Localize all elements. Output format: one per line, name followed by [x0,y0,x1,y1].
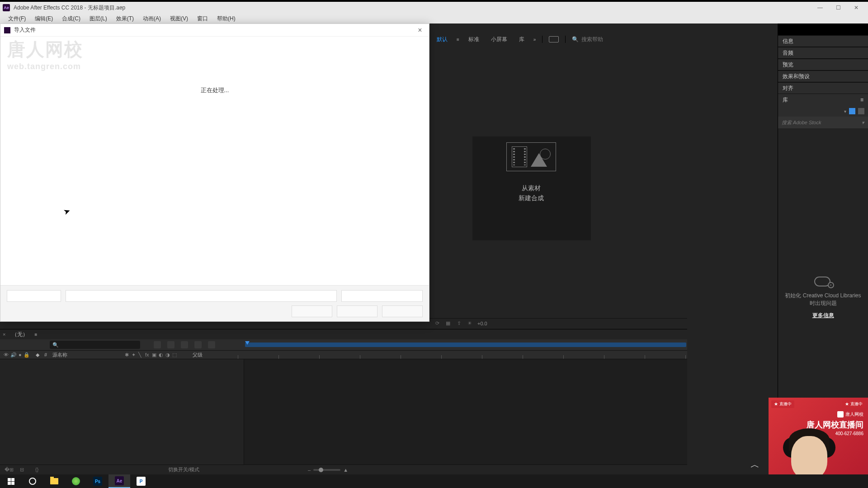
library-list-view-icon[interactable] [858,108,864,114]
workspace-default[interactable]: 默认 [434,35,450,44]
taskbar-start-button[interactable] [0,474,22,488]
menu-animation[interactable]: 动画(A) [138,14,165,23]
dialog-import-button[interactable] [292,305,332,317]
timeline-panel: × （无） ≡ 🔍 [0,329,687,474]
dialog-app-icon [4,27,10,33]
dialog-filename-input[interactable] [66,290,337,302]
timeline-tool-icon[interactable] [208,341,215,348]
library-search-input[interactable]: 搜索 Adobe Stock [782,119,821,126]
playhead-icon[interactable] [245,341,250,345]
switch-3d-icon[interactable]: ⬚ [172,352,178,357]
help-search-input[interactable] [581,36,631,42]
timeline-foot-icon[interactable]: �⊞ [5,467,11,473]
library-dropdown-icon[interactable]: ▾ [844,109,846,114]
switch-frameblend-icon[interactable]: ▣ [152,352,157,357]
time-ruler[interactable] [238,351,687,359]
folder-icon [50,478,58,484]
solo-column-icon[interactable]: ● [19,352,22,358]
panel-library-menu-icon[interactable]: ≡ [860,97,863,103]
window-maximize-button[interactable]: ☐ [829,3,847,13]
panel-audio[interactable]: 音频 [778,47,868,59]
menu-layer[interactable]: 图层(L) [85,14,112,23]
photoshop-icon: Ps [93,477,102,486]
library-search-dropdown-icon[interactable]: ▾ [862,120,864,126]
track-area[interactable] [244,359,687,465]
workspace-standard[interactable]: 标准 [466,35,482,44]
switch-motionblur-icon[interactable]: ◐ [159,352,164,357]
taskbar-browser[interactable] [65,474,87,488]
switch-collapse-icon[interactable]: ✦ [132,352,137,357]
viewer-grid-icon[interactable]: ▦ [445,320,451,327]
workspace-overflow-icon[interactable]: » [533,37,536,42]
layer-list-area[interactable] [0,359,244,465]
library-more-info-link[interactable]: 更多信息 [812,312,834,319]
switch-quality-icon[interactable]: ╲ [138,352,144,357]
timeline-tool-icon[interactable] [194,341,202,348]
dialog-filetype-combo[interactable] [341,290,423,302]
speaker-column-icon[interactable]: 🔊 [10,352,17,358]
composition-placeholder[interactable]: 从素材 新建合成 [484,127,579,218]
panel-align[interactable]: 对齐 [778,82,868,94]
timeline-navigator[interactable] [245,343,686,347]
workspace-small-screen[interactable]: 小屏幕 [488,35,510,44]
menu-composition[interactable]: 合成(C) [57,14,85,23]
windows-taskbar: Ps Ae P [0,474,868,488]
taskbar-file-explorer[interactable] [43,474,65,488]
parent-column[interactable]: 父级 [193,352,238,358]
timeline-tab-label[interactable]: （无） [8,330,32,339]
timeline-tool-icon[interactable] [167,341,175,348]
source-name-column[interactable]: 源名称 [52,352,125,358]
timeline-column-header: 👁 🔊 ● 🔒 ◆ # 源名称 ✱ ✦ ╲ fx ▣ ◐ [0,350,687,359]
viewer-exposure-value[interactable]: +0.0 [477,321,487,326]
timeline-tab-menu-icon[interactable]: ≡ [34,332,37,337]
taskbar-photoshop[interactable]: Ps [87,474,108,488]
workspace-library[interactable]: 库 [516,35,527,44]
switch-fx-icon[interactable]: fx [145,352,151,357]
eye-column-icon[interactable]: 👁 [4,352,9,358]
panel-preview[interactable]: 预览 [778,59,868,70]
viewer-exposure-icon[interactable]: ☀ [467,320,473,327]
timeline-search[interactable]: 🔍 [50,341,140,349]
menu-view[interactable]: 视图(V) [165,14,193,23]
zoom-in-icon[interactable]: ▲ [343,467,348,473]
library-grid-view-icon[interactable] [849,108,855,114]
cloud-error-icon: × [814,273,832,286]
timeline-tool-icon[interactable] [154,341,161,348]
menu-help[interactable]: 帮助(H) [212,14,240,23]
timeline-zoom-slider[interactable]: – ▲ [308,467,348,473]
switch-shy-icon[interactable]: ✱ [125,352,130,357]
menu-edit[interactable]: 编辑(E) [30,14,57,23]
menu-effect[interactable]: 效果(T) [112,14,138,23]
panel-effects-presets[interactable]: 效果和预设 [778,70,868,82]
workspace-menu-icon[interactable]: ≡ [457,37,459,42]
viewer-share-icon[interactable]: ⇪ [456,320,462,327]
lock-column-icon[interactable]: 🔒 [24,352,30,358]
dialog-close-button[interactable]: × [415,26,425,34]
after-effects-icon: Ae [115,476,124,485]
app-icon: Ae [3,4,10,11]
dialog-cancel-button[interactable] [382,305,423,317]
timeline-tool-icon[interactable] [181,341,188,348]
viewer-refresh-icon[interactable]: ⟳ [434,320,440,327]
window-close-button[interactable]: ✕ [847,3,865,13]
panel-library[interactable]: 库 [783,96,788,104]
menu-window[interactable]: 窗口 [193,14,212,23]
taskbar-cortana-button[interactable] [22,474,43,488]
switch-adjust-icon[interactable]: ◑ [165,352,171,357]
menu-bar: 文件(F) 编辑(E) 合成(C) 图层(L) 效果(T) 动画(A) 视图(V… [0,14,868,23]
menu-file[interactable]: 文件(F) [4,14,30,23]
panel-info[interactable]: 信息 [778,35,868,47]
taskbar-after-effects[interactable]: Ae [108,474,130,488]
timeline-foot-brace-icon[interactable]: {} [35,467,42,473]
label-column-icon[interactable]: ◆ [31,352,44,358]
timeline-tab-close[interactable]: × [3,332,5,337]
scroll-up-icon[interactable]: ︿ [750,459,760,471]
zoom-out-icon[interactable]: – [308,467,311,473]
dialog-open-button[interactable] [337,305,377,317]
display-settings-icon[interactable] [549,36,559,42]
window-minimize-button[interactable]: — [811,3,829,13]
taskbar-app[interactable]: P [130,474,152,488]
toggle-switches-modes[interactable]: 切换开关/模式 [168,466,199,473]
search-icon: 🔍 [572,36,579,42]
timeline-foot-icon[interactable]: ⊟ [20,467,26,473]
